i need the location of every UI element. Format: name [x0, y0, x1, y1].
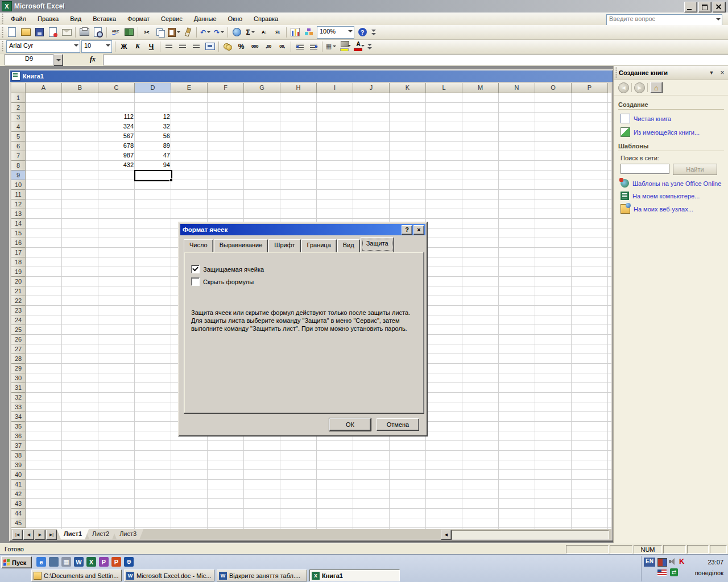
menu-item-Правка[interactable]: Правка — [32, 14, 64, 24]
row-header-13[interactable]: 13 — [11, 209, 26, 219]
protected-cell-row[interactable]: Защищаемая ячейка — [191, 265, 424, 273]
email-button[interactable] — [60, 27, 73, 38]
sort-descending-button[interactable]: Я↓ — [271, 27, 284, 38]
standard-toolbar-handle[interactable] — [1, 27, 4, 38]
menu-item-Вставка[interactable]: Вставка — [87, 14, 122, 24]
borders-button[interactable]: ▦ — [325, 41, 337, 52]
close-button[interactable] — [713, 2, 726, 13]
row-header-38[interactable]: 38 — [11, 451, 26, 460]
align-center-button[interactable] — [176, 41, 189, 52]
dialog-tab-Выравнивание[interactable]: Выравнивание — [214, 239, 268, 252]
home-icon[interactable]: ⌂ — [650, 82, 663, 93]
toolbar-options-icon[interactable] — [367, 43, 372, 50]
row-header-12[interactable]: 12 — [11, 199, 26, 209]
horizontal-scrollbar[interactable] — [452, 530, 609, 539]
dialog-tab-Шрифт[interactable]: Шрифт — [268, 239, 300, 252]
row-header-22[interactable]: 22 — [11, 296, 26, 306]
ok-button[interactable]: ОК — [329, 418, 371, 431]
dialog-tab-Защита[interactable]: Защита — [361, 237, 394, 252]
dialog-help-button[interactable]: ? — [402, 225, 412, 235]
column-header-E[interactable]: E — [171, 83, 208, 93]
cell-D7[interactable]: 47 — [135, 151, 172, 160]
menu-item-Сервис[interactable]: Сервис — [155, 14, 188, 24]
minimize-button[interactable] — [684, 2, 697, 13]
column-header-I[interactable]: I — [317, 83, 353, 93]
fill-color-button[interactable] — [338, 40, 351, 52]
print-button[interactable] — [78, 27, 90, 38]
row-header-37[interactable]: 37 — [11, 441, 26, 451]
research-button[interactable] — [123, 27, 135, 38]
ie-icon[interactable]: e — [36, 557, 46, 567]
menu-item-Справка[interactable]: Справка — [248, 14, 284, 24]
row-header-41[interactable]: 41 — [11, 480, 26, 489]
column-header-L[interactable]: L — [426, 83, 462, 93]
sync-icon[interactable]: ⇄ — [670, 568, 678, 576]
menu-item-Вид[interactable]: Вид — [64, 14, 87, 24]
decrease-indent-button[interactable] — [293, 41, 306, 52]
cell-D6[interactable]: 89 — [135, 142, 172, 151]
format-painter-button[interactable] — [181, 27, 194, 38]
row-header-8[interactable]: 8 — [11, 161, 26, 171]
column-header-C[interactable]: C — [98, 83, 135, 93]
increase-indent-button[interactable] — [307, 41, 320, 52]
template-search-input[interactable] — [621, 164, 669, 174]
find-button[interactable]: Найти — [673, 164, 717, 175]
copy-button[interactable] — [154, 27, 167, 38]
align-left-button[interactable] — [163, 41, 175, 52]
taskbar-window[interactable]: WВідкрите заняття табл.... — [217, 569, 307, 581]
dialog-titlebar[interactable]: Формат ячеек ? × — [180, 224, 425, 235]
row-header-45[interactable]: 45 — [11, 518, 26, 528]
autosum-button[interactable]: Σ — [244, 27, 257, 38]
column-header-A[interactable]: A — [26, 83, 62, 93]
thousands-separator-button[interactable]: 000 — [249, 41, 261, 52]
keyboard-layout-flag-icon[interactable] — [657, 569, 667, 576]
undo-button[interactable]: ↶ — [199, 27, 212, 38]
row-header-26[interactable]: 26 — [11, 335, 26, 344]
print-preview-button[interactable] — [92, 27, 104, 38]
cancel-button[interactable]: Отмена — [377, 418, 419, 431]
column-header-B[interactable]: B — [62, 83, 98, 93]
row-header-35[interactable]: 35 — [11, 422, 26, 431]
sheet-tab-Лист2[interactable]: Лист2 — [85, 529, 116, 539]
save-button[interactable] — [33, 27, 46, 38]
previous-sheet-button[interactable]: ◀ — [23, 530, 34, 540]
select-all-corner[interactable] — [11, 83, 26, 93]
spelling-button[interactable]: ABC — [109, 27, 122, 38]
column-header-O[interactable]: O — [535, 83, 572, 93]
insert-function-button[interactable]: fx — [86, 55, 100, 65]
dialog-tab-Число[interactable]: Число — [184, 239, 213, 252]
sheet-tab-Лист1[interactable]: Лист1 — [57, 529, 89, 539]
row-header-5[interactable]: 5 — [11, 132, 26, 142]
hscroll-left-icon[interactable]: ◀ — [441, 530, 452, 540]
row-header-43[interactable]: 43 — [11, 499, 26, 509]
paste-button[interactable] — [168, 27, 180, 38]
dialog-close-button[interactable]: × — [413, 225, 424, 235]
row-header-33[interactable]: 33 — [11, 402, 26, 412]
row-header-42[interactable]: 42 — [11, 489, 26, 499]
pane-link-web-sites-icon[interactable]: На моих веб-узлах... — [621, 204, 724, 214]
cell-C7[interactable]: 987 — [98, 151, 135, 160]
row-header-11[interactable]: 11 — [11, 190, 26, 199]
row-header-39[interactable]: 39 — [11, 460, 26, 470]
row-header-28[interactable]: 28 — [11, 354, 26, 364]
task-pane-close-icon[interactable]: × — [718, 68, 727, 77]
column-header-D[interactable]: D — [135, 83, 171, 93]
forward-icon[interactable]: ▶ — [634, 82, 645, 93]
menu-item-Окно[interactable]: Окно — [222, 14, 249, 24]
row-header-6[interactable]: 6 — [11, 142, 26, 151]
volume-icon[interactable] — [668, 558, 677, 566]
chevron-down-icon[interactable] — [716, 18, 721, 20]
column-header-J[interactable]: J — [353, 83, 390, 93]
cut-button[interactable]: ✂ — [140, 27, 153, 38]
cell-D4[interactable]: 32 — [135, 122, 172, 131]
menu-item-Файл[interactable]: Файл — [5, 14, 32, 24]
toolbar-options-icon[interactable] — [371, 29, 376, 36]
sort-ascending-button[interactable]: А↓ — [258, 27, 270, 38]
restore-button[interactable] — [698, 2, 712, 13]
powerpoint-icon[interactable]: P — [111, 557, 121, 567]
workbook-titlebar[interactable]: Книга1 — [10, 70, 613, 82]
percent-button[interactable]: % — [235, 41, 247, 52]
cell-D8[interactable]: 94 — [135, 161, 172, 170]
merge-center-button[interactable] — [204, 41, 216, 52]
column-header-K[interactable]: K — [390, 83, 426, 93]
